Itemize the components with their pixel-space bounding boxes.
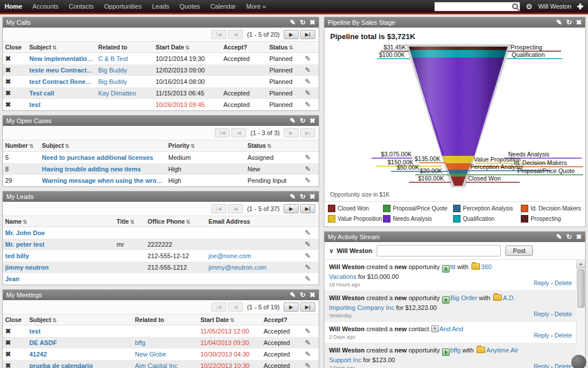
close-record-icon[interactable]: ✖: [5, 101, 11, 109]
record-link-name[interactable]: Jean: [5, 275, 20, 282]
edit-record-icon[interactable]: ✎: [305, 252, 311, 260]
prev-page-button[interactable]: ◀: [231, 128, 246, 137]
sort-icon[interactable]: ⇅: [52, 45, 57, 51]
edit-record-icon[interactable]: ✎: [305, 263, 311, 271]
edit-record-icon[interactable]: ✎: [305, 362, 311, 368]
record-link-related[interactable]: Kay Dimatteo: [98, 90, 136, 97]
record-link-subject[interactable]: Having trouble adding new items: [42, 166, 141, 172]
edit-record-icon[interactable]: ✎: [305, 55, 311, 63]
first-page-button[interactable]: |◀: [211, 302, 226, 312]
close-dashlet-icon[interactable]: ✖: [310, 292, 315, 298]
record-link-subject[interactable]: prueba de calendario: [29, 362, 93, 368]
edit-dashlet-icon[interactable]: ✎: [290, 19, 296, 26]
close-dashlet-icon[interactable]: ✖: [576, 19, 582, 26]
collapse-icon[interactable]: ∨: [329, 247, 334, 254]
edit-record-icon[interactable]: ✎: [305, 101, 311, 109]
close-record-icon[interactable]: ✖: [5, 339, 11, 347]
refresh-dashlet-icon[interactable]: ↻: [566, 19, 572, 26]
record-link-related[interactable]: Big Buddy: [98, 67, 127, 74]
activity-item-link[interactable]: Big Order: [450, 294, 477, 301]
edit-dashlet-icon[interactable]: ✎: [290, 193, 296, 200]
nav-item-more[interactable]: More »: [246, 3, 266, 10]
close-record-icon[interactable]: ✖: [5, 66, 11, 74]
column-header[interactable]: Subject⇅: [27, 42, 96, 53]
record-link-email[interactable]: joe@none.com: [208, 252, 251, 259]
first-page-button[interactable]: |◀: [215, 128, 230, 137]
record-link-name[interactable]: Mr. peter test: [5, 241, 44, 248]
column-header[interactable]: Number⇅: [3, 140, 40, 151]
next-page-button[interactable]: ▶: [284, 204, 299, 213]
record-link-subject[interactable]: New implementation Contract Renewal Remi…: [29, 55, 96, 62]
column-header[interactable]: Status⇅: [267, 42, 303, 53]
record-link-email[interactable]: jimmy@neutron.com: [208, 264, 266, 271]
edit-dashlet-icon[interactable]: ✎: [290, 117, 296, 124]
refresh-dashlet-icon[interactable]: ↻: [300, 292, 305, 298]
sort-icon[interactable]: ⇅: [52, 317, 57, 323]
close-record-icon[interactable]: ✖: [5, 89, 11, 97]
edit-record-icon[interactable]: ✎: [305, 240, 311, 248]
edit-dashlet-icon[interactable]: ✎: [556, 233, 562, 240]
column-header[interactable]: Subject⇅: [27, 315, 133, 325]
edit-record-icon[interactable]: ✎: [305, 78, 311, 86]
close-dashlet-icon[interactable]: ✖: [310, 193, 315, 200]
user-menu[interactable]: Will Weston: [538, 3, 571, 10]
edit-record-icon[interactable]: ✎: [305, 89, 311, 97]
column-header[interactable]: Priority⇅: [166, 140, 245, 151]
delete-link[interactable]: Delete: [555, 279, 572, 286]
refresh-dashlet-icon[interactable]: ↻: [566, 233, 572, 240]
delete-link[interactable]: Delete: [555, 310, 572, 317]
record-link-name[interactable]: jimmy neutron: [5, 264, 49, 271]
edit-record-icon[interactable]: ✎: [305, 229, 311, 237]
prev-page-button[interactable]: ◀: [228, 204, 243, 213]
column-header[interactable]: Start Date⇅: [153, 42, 221, 53]
column-header[interactable]: Subject⇅: [40, 140, 166, 151]
record-link-name[interactable]: Mr. John Doe: [5, 229, 45, 236]
activity-item-link[interactable]: And And: [439, 325, 463, 332]
nav-item-leads[interactable]: Leads: [152, 3, 169, 10]
edit-dashlet-icon[interactable]: ✎: [556, 19, 562, 26]
last-page-button[interactable]: ▶|: [300, 302, 315, 312]
activity-item-link[interactable]: ttt: [450, 263, 455, 270]
last-page-button[interactable]: ▶|: [300, 30, 315, 39]
record-link-name[interactable]: ted billy: [5, 252, 29, 259]
refresh-dashlet-icon[interactable]: ↻: [300, 19, 305, 26]
close-record-icon[interactable]: ✖: [5, 78, 11, 86]
column-header[interactable]: Name⇅: [3, 216, 114, 227]
reply-link[interactable]: Reply: [533, 279, 549, 286]
record-link-related[interactable]: C & B Test: [98, 55, 128, 62]
next-page-button[interactable]: ▶: [284, 302, 299, 312]
record-link-related[interactable]: bffg: [135, 339, 145, 346]
record-link-related[interactable]: Big Buddy: [98, 78, 127, 85]
close-dashlet-icon[interactable]: ✖: [310, 19, 315, 26]
edit-record-icon[interactable]: ✎: [305, 339, 311, 347]
record-link-related[interactable]: Aim Capital Inc: [135, 362, 177, 368]
sort-icon[interactable]: ⇅: [29, 143, 34, 149]
next-page-button[interactable]: ▶: [284, 128, 299, 137]
record-link-subject[interactable]: teste meu Contract Renewal Reminder: [29, 67, 96, 74]
corner-widget-button[interactable]: [571, 355, 586, 368]
close-record-icon[interactable]: ✖: [5, 55, 11, 63]
record-link-subject[interactable]: Test call: [29, 90, 54, 97]
edit-record-icon[interactable]: ✎: [305, 350, 311, 358]
edit-record-icon[interactable]: ✎: [305, 66, 311, 74]
column-header[interactable]: Office Phone⇅: [145, 216, 206, 227]
record-link-subject[interactable]: DE ASDF: [29, 339, 57, 346]
search-icon[interactable]: [512, 3, 518, 9]
first-page-button[interactable]: |◀: [211, 204, 226, 213]
last-page-button[interactable]: ▶|: [300, 204, 315, 213]
sort-icon[interactable]: ⇅: [23, 219, 28, 225]
edit-record-icon[interactable]: ✎: [305, 177, 311, 185]
edit-record-icon[interactable]: ✎: [305, 327, 311, 335]
activity-item-link[interactable]: bffg: [450, 347, 461, 354]
nav-item-opportunities[interactable]: Opportunities: [104, 3, 141, 10]
edit-record-icon[interactable]: ✎: [305, 165, 311, 173]
quick-add-icon[interactable]: ✚: [577, 2, 583, 11]
record-link-subject[interactable]: test Contract Renewal Reminder: [29, 78, 96, 85]
sort-icon[interactable]: ⇅: [289, 45, 293, 51]
column-header[interactable]: Start Date⇅: [198, 315, 261, 325]
nav-item-accounts[interactable]: Accounts: [33, 3, 59, 10]
sort-icon[interactable]: ⇅: [65, 143, 69, 149]
next-page-button[interactable]: ▶: [284, 30, 299, 39]
close-record-icon[interactable]: ✖: [5, 350, 11, 358]
search-input[interactable]: [436, 2, 512, 11]
